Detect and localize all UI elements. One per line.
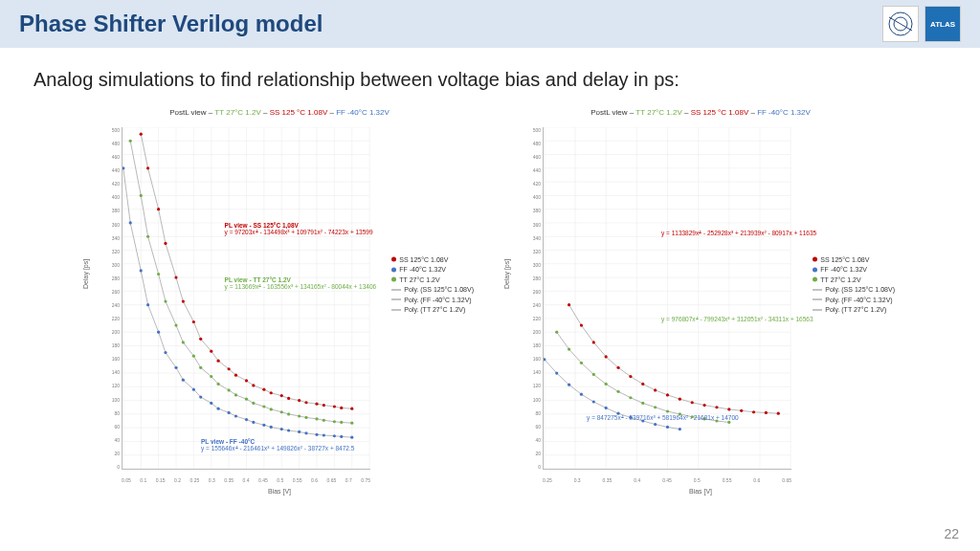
svg-point-181 [629, 396, 632, 399]
svg-point-160 [605, 355, 608, 358]
svg-point-63 [304, 401, 307, 404]
svg-point-85 [270, 408, 273, 410]
svg-point-183 [654, 406, 657, 408]
svg-point-55 [234, 374, 237, 377]
svg-line-2 [889, 17, 912, 31]
svg-point-194 [592, 400, 595, 403]
svg-point-94 [350, 422, 353, 425]
svg-point-53 [217, 360, 220, 363]
slide-body: Analog simulations to find relationship … [0, 48, 980, 496]
svg-point-158 [580, 323, 583, 326]
svg-point-101 [174, 366, 177, 369]
svg-point-195 [605, 407, 608, 409]
svg-point-168 [702, 404, 705, 407]
svg-point-171 [740, 409, 743, 412]
svg-point-82 [245, 398, 248, 401]
svg-point-109 [245, 418, 248, 421]
svg-point-72 [157, 273, 160, 276]
svg-point-200 [666, 426, 669, 429]
svg-point-49 [182, 299, 185, 302]
svg-point-71 [146, 235, 149, 238]
svg-point-184 [666, 409, 669, 412]
svg-point-88 [298, 414, 301, 417]
svg-point-46 [157, 208, 160, 210]
svg-point-177 [580, 362, 583, 364]
svg-point-76 [192, 355, 195, 358]
svg-point-90 [315, 417, 318, 420]
svg-point-167 [691, 401, 694, 404]
chart-left: PostL view – TT 27°C 1.2V – SS 125 °C 1.… [83, 104, 476, 496]
svg-point-48 [174, 276, 177, 278]
svg-point-84 [262, 405, 265, 408]
atlas-logo: ATLAS [924, 6, 961, 42]
svg-point-74 [174, 323, 177, 326]
svg-point-170 [727, 408, 730, 410]
svg-point-50 [192, 320, 195, 323]
svg-point-182 [641, 402, 644, 405]
svg-point-81 [234, 393, 237, 396]
svg-point-164 [654, 388, 657, 391]
svg-point-65 [323, 404, 325, 407]
svg-point-95 [122, 166, 124, 169]
svg-point-166 [679, 398, 681, 401]
svg-point-68 [350, 408, 353, 410]
svg-point-61 [287, 397, 290, 400]
svg-point-64 [315, 403, 318, 406]
svg-point-108 [234, 414, 237, 417]
svg-point-102 [182, 379, 185, 382]
svg-point-97 [140, 269, 143, 272]
svg-point-83 [252, 402, 255, 405]
svg-point-66 [333, 405, 336, 408]
svg-point-67 [340, 407, 343, 409]
svg-point-163 [641, 383, 644, 386]
svg-point-59 [270, 391, 273, 394]
svg-point-62 [298, 399, 301, 402]
svg-point-165 [666, 393, 669, 396]
svg-point-54 [228, 367, 231, 370]
svg-point-111 [262, 424, 265, 427]
svg-point-96 [129, 221, 132, 224]
page-number: 22 [944, 526, 959, 541]
svg-point-118 [323, 433, 325, 436]
svg-point-178 [592, 373, 595, 376]
cern-logo [882, 6, 919, 42]
svg-point-92 [333, 420, 336, 423]
svg-point-180 [616, 390, 619, 393]
svg-point-70 [140, 194, 143, 197]
svg-point-51 [199, 338, 202, 341]
svg-point-112 [270, 426, 273, 429]
svg-point-89 [304, 416, 307, 419]
svg-point-159 [592, 341, 595, 343]
svg-point-73 [164, 299, 167, 302]
svg-point-174 [777, 412, 780, 415]
svg-point-106 [217, 408, 220, 410]
svg-point-113 [280, 428, 283, 430]
svg-point-173 [765, 411, 768, 414]
charts-row: PostL view – TT 27°C 1.2V – SS 125 °C 1.… [33, 104, 947, 496]
svg-point-193 [580, 393, 583, 396]
svg-point-78 [210, 375, 212, 378]
svg-point-175 [555, 331, 558, 334]
svg-point-169 [715, 406, 718, 408]
svg-point-157 [568, 303, 570, 306]
svg-point-44 [140, 133, 143, 136]
svg-point-201 [679, 428, 681, 430]
svg-point-192 [568, 384, 570, 386]
svg-point-47 [164, 242, 167, 245]
slide-title: Phase Shifter Verilog model [19, 11, 323, 37]
svg-point-79 [217, 383, 220, 386]
logo-group: ATLAS [882, 6, 961, 42]
svg-point-52 [210, 350, 212, 353]
svg-point-69 [129, 140, 132, 143]
svg-point-104 [199, 395, 202, 398]
svg-point-57 [252, 384, 255, 386]
slide-header: Phase Shifter Verilog model ATLAS [0, 0, 980, 48]
svg-point-75 [182, 341, 185, 343]
svg-point-176 [568, 347, 570, 350]
svg-point-56 [245, 379, 248, 382]
svg-point-110 [252, 421, 255, 424]
svg-point-93 [340, 421, 343, 424]
svg-point-199 [654, 423, 657, 426]
svg-point-100 [164, 351, 167, 354]
svg-point-114 [287, 429, 290, 431]
